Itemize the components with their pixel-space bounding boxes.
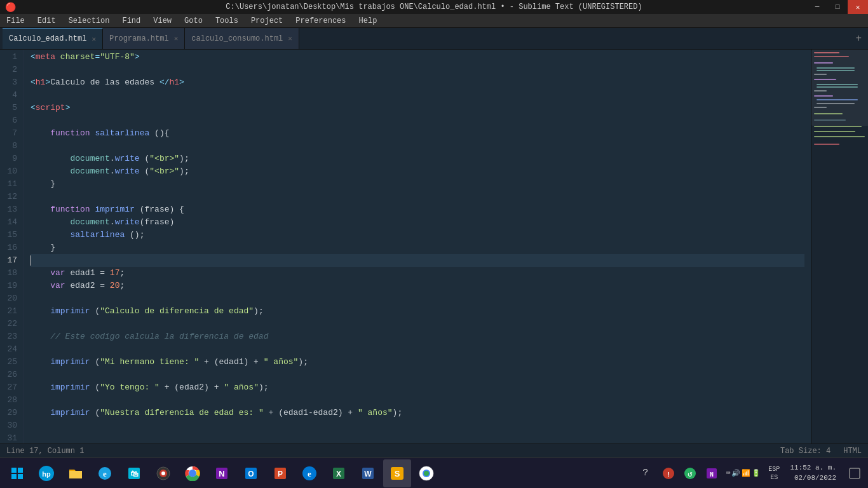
antivirus-icon: !	[662, 467, 675, 480]
menu-find[interactable]: Find	[116, 15, 147, 27]
onenote-tray-icon: N	[705, 467, 718, 480]
onenote-tray[interactable]: N	[703, 464, 721, 482]
sublime-text-button[interactable]: S	[383, 459, 411, 487]
menu-view[interactable]: View	[147, 15, 178, 27]
maximize-button[interactable]: □	[827, 0, 848, 14]
new-tab-button[interactable]: +	[849, 28, 868, 49]
tray-icon-2: 🔊	[731, 469, 740, 477]
code-line-24	[31, 343, 804, 356]
ln-15: 15	[5, 229, 17, 241]
chrome-button[interactable]	[179, 459, 207, 487]
onenote-button[interactable]: N	[208, 459, 236, 487]
ln-4: 4	[5, 89, 17, 102]
svg-rect-23	[18, 468, 23, 473]
clock-time: 11:52 a. m.	[790, 463, 836, 473]
code-line-30	[31, 419, 804, 432]
tab-calculo-consumo-close[interactable]: ✕	[288, 34, 292, 43]
excel-button[interactable]: X	[325, 459, 353, 487]
menu-goto[interactable]: Goto	[178, 15, 209, 27]
outlook-button[interactable]: O	[237, 459, 265, 487]
code-line-19: var edad2 = 20;	[31, 280, 804, 292]
menu-selection[interactable]: Selection	[62, 15, 116, 27]
powerpoint-button[interactable]: P	[266, 459, 294, 487]
svg-text:hp: hp	[42, 470, 51, 478]
menu-edit[interactable]: Edit	[31, 15, 62, 27]
code-line-28	[31, 394, 804, 407]
ln-13: 13	[5, 203, 17, 216]
ln-8: 8	[5, 140, 17, 152]
update-tray[interactable]: ↺	[681, 464, 699, 482]
help-tray-button[interactable]: ?	[635, 463, 656, 484]
close-button[interactable]: ✕	[848, 0, 868, 14]
code-line-15: saltarlinea ();	[31, 229, 804, 241]
tab-calculo-edad[interactable]: Calculo_edad.html ✕	[3, 28, 103, 49]
code-line-31	[31, 432, 804, 444]
ln-7: 7	[5, 127, 17, 140]
tab-bar: Calculo_edad.html ✕ Programa.html ✕ calc…	[0, 28, 868, 50]
tray-icon-3: 📶	[742, 469, 750, 477]
word-button[interactable]: W	[354, 459, 382, 487]
chrome2-button[interactable]	[412, 459, 440, 487]
title-bar: 🔴 C:\Users\jonatan\Desktop\Mis trabajos …	[0, 0, 868, 14]
menu-help[interactable]: Help	[353, 15, 384, 27]
menu-project[interactable]: Project	[245, 15, 289, 27]
code-line-26	[31, 369, 804, 381]
language-code: ESP	[768, 465, 780, 473]
svg-rect-21	[814, 144, 839, 145]
code-line-23: // Este codigo calcula la diferencia de …	[31, 330, 804, 343]
menu-file[interactable]: File	[0, 15, 31, 27]
menu-tools[interactable]: Tools	[209, 15, 245, 27]
store-button[interactable]: 🛍	[120, 459, 148, 487]
tab-programa[interactable]: Programa.html ✕	[103, 28, 185, 49]
language-button[interactable]: ESP ES	[768, 465, 780, 482]
ln-16: 16	[5, 241, 17, 254]
minimap-preview	[811, 50, 868, 418]
minimize-button[interactable]: ─	[807, 0, 827, 14]
clock[interactable]: 11:52 a. m. 02/08/2022	[790, 463, 836, 483]
code-line-25: imprimir ("Mi hermano tiene: " + (edad1)…	[31, 356, 804, 369]
tab-calculo-edad-close[interactable]: ✕	[92, 35, 96, 43]
ln-28: 28	[5, 394, 17, 407]
ln-6: 6	[5, 114, 17, 127]
hp-button[interactable]: hp	[32, 459, 60, 487]
tab-programa-close[interactable]: ✕	[174, 34, 179, 43]
code-area[interactable]: <meta charset="UTF-8"> <h1>Calculo de la…	[24, 50, 811, 444]
taskbar: hp e 🛍	[0, 458, 868, 488]
edge-button[interactable]: e	[295, 459, 323, 487]
svg-text:N: N	[710, 471, 714, 478]
start-button[interactable]	[3, 459, 31, 487]
tab-calculo-consumo[interactable]: calculo_consumo.html ✕	[185, 28, 299, 49]
tray-icon-1: ⌨	[726, 469, 731, 477]
svg-text:!: !	[666, 471, 670, 478]
minimap	[811, 50, 868, 444]
notification-button[interactable]	[844, 463, 865, 484]
file-manager-button[interactable]	[62, 459, 90, 487]
code-line-9: document.write ("<br>");	[31, 152, 804, 165]
code-line-20	[31, 292, 804, 305]
svg-text:O: O	[248, 470, 254, 478]
antivirus-tray[interactable]: !	[660, 464, 677, 482]
code-line-2	[31, 64, 804, 76]
svg-text:↺: ↺	[688, 470, 693, 479]
svg-text:N: N	[219, 469, 224, 478]
code-line-22	[31, 318, 804, 330]
status-tab-size: Tab Size: 4	[780, 447, 831, 456]
target-button[interactable]	[149, 459, 177, 487]
menu-preferences[interactable]: Preferences	[289, 15, 352, 27]
sublime-icon: S	[390, 466, 405, 481]
editor-container: 1 2 3 4 5 6 7 8 9 10 11 12 13 14 15 16 1…	[0, 50, 868, 444]
target-icon	[156, 466, 171, 481]
ie-button[interactable]: e	[91, 459, 119, 487]
word-icon: W	[360, 466, 376, 481]
language-locale: ES	[770, 473, 778, 482]
ln-20: 20	[5, 292, 17, 305]
ln-31: 31	[5, 432, 17, 444]
svg-rect-17	[814, 119, 846, 121]
menu-bar: File Edit Selection Find View Goto Tools…	[0, 14, 868, 28]
ln-30: 30	[5, 419, 17, 432]
window-controls: ─ □ ✕	[807, 0, 868, 14]
code-line-13: function imprimir (frase) {	[31, 203, 804, 216]
code-line-18: var edad1 = 17;	[31, 267, 804, 280]
svg-text:e: e	[103, 469, 107, 478]
ln-29: 29	[5, 407, 17, 419]
